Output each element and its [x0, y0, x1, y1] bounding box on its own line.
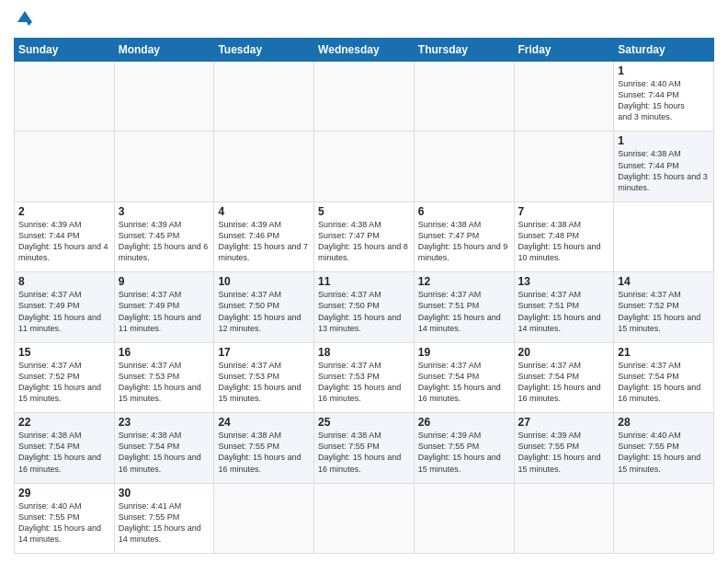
calendar-day-cell: 17Sunrise: 4:37 AMSunset: 7:53 PMDayligh…	[214, 342, 314, 412]
day-info: Sunrise: 4:37 AMSunset: 7:49 PMDaylight:…	[18, 289, 110, 334]
day-info: Sunrise: 4:39 AMSunset: 7:44 PMDaylight:…	[18, 219, 110, 264]
day-number: 28	[618, 416, 710, 429]
calendar-day-header: Friday	[514, 39, 614, 62]
day-info: Sunrise: 4:38 AMSunset: 7:44 PMDaylight:…	[618, 148, 710, 193]
day-info: Sunrise: 4:40 AMSunset: 7:44 PMDaylight:…	[618, 78, 710, 123]
calendar-day-cell: 16Sunrise: 4:37 AMSunset: 7:53 PMDayligh…	[114, 342, 214, 412]
day-info: Sunrise: 4:38 AMSunset: 7:47 PMDaylight:…	[318, 219, 410, 264]
calendar-day-cell: 26Sunrise: 4:39 AMSunset: 7:55 PMDayligh…	[414, 413, 514, 483]
day-number: 20	[518, 346, 610, 359]
calendar-day-cell: 5Sunrise: 4:38 AMSunset: 7:47 PMDaylight…	[314, 201, 415, 271]
calendar-header-row: SundayMondayTuesdayWednesdayThursdayFrid…	[15, 39, 714, 62]
day-info: Sunrise: 4:37 AMSunset: 7:53 PMDaylight:…	[218, 360, 310, 405]
calendar-table: SundayMondayTuesdayWednesdayThursdayFrid…	[14, 38, 714, 554]
calendar-day-cell	[15, 132, 115, 201]
calendar-day-cell	[314, 483, 415, 553]
calendar-day-cell: 11Sunrise: 4:37 AMSunset: 7:50 PMDayligh…	[314, 272, 415, 342]
day-info: Sunrise: 4:37 AMSunset: 7:49 PMDaylight:…	[119, 289, 210, 334]
day-number: 9	[119, 275, 210, 288]
calendar-day-cell: 22Sunrise: 4:38 AMSunset: 7:54 PMDayligh…	[15, 413, 115, 483]
logo-icon	[16, 9, 34, 28]
day-info: Sunrise: 4:37 AMSunset: 7:52 PMDaylight:…	[18, 360, 110, 405]
calendar-empty-cell	[514, 62, 614, 132]
day-info: Sunrise: 4:39 AMSunset: 7:45 PMDaylight:…	[119, 219, 210, 264]
calendar-week-row: 1Sunrise: 4:38 AMSunset: 7:44 PMDaylight…	[15, 132, 714, 201]
day-number: 5	[318, 205, 410, 218]
day-info: Sunrise: 4:38 AMSunset: 7:55 PMDaylight:…	[218, 430, 310, 475]
calendar-day-header: Tuesday	[214, 39, 314, 62]
day-number: 30	[119, 487, 210, 500]
calendar-day-cell	[414, 132, 514, 201]
day-number: 27	[518, 416, 610, 429]
day-info: Sunrise: 4:37 AMSunset: 7:51 PMDaylight:…	[518, 289, 610, 334]
calendar-week-row: 29Sunrise: 4:40 AMSunset: 7:55 PMDayligh…	[15, 483, 714, 553]
day-info: Sunrise: 4:37 AMSunset: 7:53 PMDaylight:…	[318, 360, 410, 405]
day-number: 19	[418, 346, 510, 359]
day-number: 16	[119, 346, 210, 359]
calendar-day-header: Sunday	[15, 39, 115, 62]
day-number: 7	[518, 205, 610, 218]
calendar-empty-cell	[314, 62, 415, 132]
day-info: Sunrise: 4:38 AMSunset: 7:54 PMDaylight:…	[18, 430, 110, 475]
day-info: Sunrise: 4:38 AMSunset: 7:48 PMDaylight:…	[518, 219, 610, 264]
calendar-day-cell: 19Sunrise: 4:37 AMSunset: 7:54 PMDayligh…	[414, 342, 514, 412]
day-number: 10	[218, 275, 310, 288]
calendar-day-cell: 23Sunrise: 4:38 AMSunset: 7:54 PMDayligh…	[114, 413, 214, 483]
calendar-day-cell: 14Sunrise: 4:37 AMSunset: 7:52 PMDayligh…	[614, 272, 714, 342]
calendar-empty-cell	[214, 62, 314, 132]
day-info: Sunrise: 4:38 AMSunset: 7:54 PMDaylight:…	[119, 430, 210, 475]
day-number: 18	[318, 346, 410, 359]
calendar-day-cell: 20Sunrise: 4:37 AMSunset: 7:54 PMDayligh…	[514, 342, 614, 412]
calendar-week-row: 2Sunrise: 4:39 AMSunset: 7:44 PMDaylight…	[15, 201, 714, 271]
day-info: Sunrise: 4:37 AMSunset: 7:54 PMDaylight:…	[618, 360, 710, 405]
day-number: 12	[418, 275, 510, 288]
day-number: 1	[618, 64, 710, 77]
day-number: 23	[119, 416, 210, 429]
calendar-day-cell	[414, 483, 514, 553]
day-info: Sunrise: 4:40 AMSunset: 7:55 PMDaylight:…	[618, 430, 710, 475]
day-number: 11	[318, 275, 410, 288]
logo	[14, 9, 34, 32]
calendar-week-row: 8Sunrise: 4:37 AMSunset: 7:49 PMDaylight…	[15, 272, 714, 342]
calendar-week-row: 1Sunrise: 4:40 AMSunset: 7:44 PMDaylight…	[15, 62, 714, 132]
header	[14, 9, 714, 32]
calendar-day-cell: 2Sunrise: 4:39 AMSunset: 7:44 PMDaylight…	[15, 201, 115, 271]
calendar-day-cell: 18Sunrise: 4:37 AMSunset: 7:53 PMDayligh…	[314, 342, 415, 412]
day-number: 17	[218, 346, 310, 359]
day-number: 1	[618, 134, 710, 147]
calendar-empty-cell	[15, 62, 115, 132]
day-info: Sunrise: 4:38 AMSunset: 7:47 PMDaylight:…	[418, 219, 510, 264]
day-number: 29	[18, 487, 110, 500]
calendar-day-cell: 13Sunrise: 4:37 AMSunset: 7:51 PMDayligh…	[514, 272, 614, 342]
calendar-day-cell: 6Sunrise: 4:38 AMSunset: 7:47 PMDaylight…	[414, 201, 514, 271]
day-info: Sunrise: 4:37 AMSunset: 7:53 PMDaylight:…	[119, 360, 210, 405]
page: SundayMondayTuesdayWednesdayThursdayFrid…	[0, 0, 728, 563]
calendar-day-cell: 21Sunrise: 4:37 AMSunset: 7:54 PMDayligh…	[614, 342, 714, 412]
calendar-day-header: Saturday	[614, 39, 714, 62]
day-info: Sunrise: 4:41 AMSunset: 7:55 PMDaylight:…	[119, 500, 210, 546]
day-number: 4	[218, 205, 310, 218]
calendar-day-header: Wednesday	[314, 39, 415, 62]
day-number: 14	[618, 275, 710, 288]
svg-marker-0	[17, 11, 32, 22]
calendar-day-cell: 8Sunrise: 4:37 AMSunset: 7:49 PMDaylight…	[15, 272, 115, 342]
day-number: 24	[218, 416, 310, 429]
day-number: 8	[18, 275, 110, 288]
day-info: Sunrise: 4:37 AMSunset: 7:54 PMDaylight:…	[518, 360, 610, 405]
calendar-day-header: Thursday	[414, 39, 514, 62]
day-number: 22	[18, 416, 110, 429]
calendar-week-row: 15Sunrise: 4:37 AMSunset: 7:52 PMDayligh…	[15, 342, 714, 412]
calendar-day-cell: 1Sunrise: 4:40 AMSunset: 7:44 PMDaylight…	[614, 62, 714, 132]
calendar-day-cell: 9Sunrise: 4:37 AMSunset: 7:49 PMDaylight…	[114, 272, 214, 342]
day-info: Sunrise: 4:39 AMSunset: 7:46 PMDaylight:…	[218, 219, 310, 264]
calendar-day-cell: 1Sunrise: 4:38 AMSunset: 7:44 PMDaylight…	[614, 132, 714, 201]
day-number: 25	[318, 416, 410, 429]
day-number: 15	[18, 346, 110, 359]
calendar-day-cell: 27Sunrise: 4:39 AMSunset: 7:55 PMDayligh…	[514, 413, 614, 483]
day-number: 3	[119, 205, 210, 218]
day-info: Sunrise: 4:37 AMSunset: 7:51 PMDaylight:…	[418, 289, 510, 334]
day-info: Sunrise: 4:40 AMSunset: 7:55 PMDaylight:…	[18, 500, 110, 546]
calendar-day-cell: 4Sunrise: 4:39 AMSunset: 7:46 PMDaylight…	[214, 201, 314, 271]
calendar-day-cell	[214, 483, 314, 553]
day-number: 26	[418, 416, 510, 429]
